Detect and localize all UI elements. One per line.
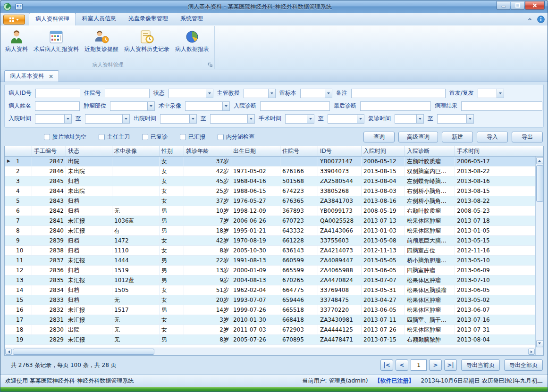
table-row[interactable]: 132835未汇报1012蓝男9岁2004-08-13670265ZA44708… bbox=[5, 275, 535, 285]
column-header[interactable]: 手术时间 bbox=[455, 146, 543, 156]
maximize-button[interactable] bbox=[511, 1, 524, 10]
final-diag-input[interactable] bbox=[360, 101, 431, 111]
table-row[interactable]: 172831未汇报无女3岁2010-01-30668418ZA343098120… bbox=[5, 315, 535, 325]
column-header[interactable]: ID号 bbox=[318, 146, 362, 156]
export-all-pages-button[interactable]: 导出全部页 bbox=[504, 359, 543, 371]
horizontal-scroll-thumb[interactable] bbox=[13, 349, 154, 355]
admission-no-input[interactable] bbox=[105, 89, 150, 98]
page-number-input[interactable]: 1 bbox=[411, 359, 427, 371]
last-page-button[interactable]: >| bbox=[444, 359, 457, 371]
reported-checkbox[interactable]: 已汇报 bbox=[180, 133, 205, 141]
table-row[interactable]: 72841未汇报1036蓝男7岁2006-06-26670723QA002552… bbox=[5, 216, 535, 226]
info-icon[interactable] bbox=[537, 16, 545, 23]
table-row[interactable]: 32845归档女45岁1968-04-16501568ZA25805442013… bbox=[5, 176, 535, 186]
discharge-time-to-combo[interactable] bbox=[210, 114, 255, 124]
export-button[interactable]: 导出 bbox=[512, 132, 543, 142]
column-header[interactable]: 入院时间 bbox=[362, 146, 405, 156]
professor-combo[interactable] bbox=[244, 89, 276, 98]
patient-history-button[interactable]: 病人资料历史记录 bbox=[121, 28, 172, 61]
patient-data-button[interactable]: 病人资料 bbox=[2, 28, 31, 61]
close-button[interactable] bbox=[525, 1, 545, 10]
surgery-time-from-combo[interactable] bbox=[285, 114, 314, 124]
patient-name-label: 病人姓名 bbox=[8, 102, 31, 110]
revisited-checkbox[interactable]: 已复诊 bbox=[142, 133, 168, 141]
patient-id-input[interactable] bbox=[35, 89, 80, 98]
table-row[interactable]: 82840未汇报有男18岁1995-01-21643332ZA414306620… bbox=[5, 226, 535, 236]
export-current-page-button[interactable]: 导出当前页 bbox=[461, 359, 500, 371]
discharge-time-from-combo[interactable] bbox=[160, 114, 197, 124]
remark-input[interactable] bbox=[351, 89, 446, 98]
column-header[interactable]: 状态 bbox=[66, 146, 112, 156]
revisit-reminder-button[interactable]: 近期复诊提醒 bbox=[82, 28, 121, 61]
table-row[interactable]: 112837未汇报1444男22岁1991-08-13660599ZA40894… bbox=[5, 256, 535, 266]
table-cell: 2013-05-05 bbox=[362, 256, 405, 266]
status-combo[interactable] bbox=[169, 89, 213, 98]
table-row[interactable]: 182830出院无女2岁2011-07-03672903ZA4444125201… bbox=[5, 325, 535, 335]
table-row[interactable]: 102838归档1110女8岁2005-10-30636143ZA4214073… bbox=[5, 246, 535, 256]
ribbon-tab-system[interactable]: 系统管理 bbox=[174, 13, 209, 25]
ribbon-tab-disc-tape[interactable]: 光盘录像带管理 bbox=[122, 13, 174, 25]
column-header[interactable]: 手工编号 bbox=[32, 146, 66, 156]
first-page-button[interactable]: |< bbox=[380, 359, 393, 371]
table-row[interactable]: 62842归档无男10岁1998-12-09367893YB0099173200… bbox=[5, 206, 535, 216]
table-cell: 未汇报 bbox=[66, 226, 112, 236]
surgery-video-combo[interactable] bbox=[185, 101, 230, 111]
table-cell: ZA4470824 bbox=[318, 275, 362, 285]
table-row[interactable]: 92839归档1472女42岁1970-08-19661228337556032… bbox=[5, 236, 535, 246]
table-row[interactable]: 42844未出院女25岁1988-06-15674223338052682013… bbox=[5, 186, 535, 196]
vertical-scroll-thumb[interactable] bbox=[536, 165, 543, 202]
scroll-left-button[interactable] bbox=[5, 349, 12, 355]
column-header[interactable]: 出生日期 bbox=[231, 146, 280, 156]
patient-report-button[interactable]: 病人数据报表 bbox=[172, 28, 212, 61]
table-row[interactable]: 52843归档女37岁1976-05-27676365ZA38417032013… bbox=[5, 196, 535, 206]
surgery-time-to-combo[interactable] bbox=[328, 114, 364, 124]
horizontal-scrollbar[interactable] bbox=[5, 348, 535, 355]
advanced-query-button[interactable]: 高级查询 bbox=[398, 132, 438, 142]
vertical-scrollbar[interactable] bbox=[535, 157, 543, 348]
column-header[interactable]: 入院诊断 bbox=[405, 146, 455, 156]
film-address-empty-checkbox[interactable]: 胶片地址为空 bbox=[44, 133, 86, 141]
query-button[interactable]: 查询 bbox=[363, 132, 395, 142]
postop-report-button[interactable]: 术后病人汇报资料 bbox=[31, 28, 82, 61]
collapse-ribbon-icon[interactable] bbox=[527, 17, 532, 22]
column-header[interactable]: 性别 bbox=[160, 146, 184, 156]
scroll-right-button[interactable] bbox=[528, 349, 535, 355]
column-header[interactable]: 住院号 bbox=[280, 146, 318, 156]
table-row[interactable]: 192829未汇报无男8岁2005-07-26670895ZA447847120… bbox=[5, 335, 535, 345]
first-recur-combo[interactable] bbox=[478, 89, 504, 98]
admission-diag-input[interactable] bbox=[260, 101, 330, 111]
table-row[interactable]: 122836归档1519男13岁2000-01-09665599ZA406598… bbox=[5, 266, 535, 275]
minimize-button[interactable] bbox=[497, 1, 510, 10]
chief-surgeon-checkbox[interactable]: 主任主刀 bbox=[99, 133, 130, 141]
admit-time-from-combo[interactable] bbox=[35, 114, 72, 124]
column-header[interactable]: 就诊年龄 bbox=[184, 146, 231, 156]
table-row[interactable]: 142834归档1505女51岁1962-02-0466477533769408… bbox=[5, 285, 535, 295]
pathology-input[interactable] bbox=[461, 101, 542, 111]
tab-patient-basic-data[interactable]: 病人基本资料 × bbox=[4, 70, 59, 82]
scroll-up-button[interactable] bbox=[536, 157, 543, 164]
endocrine-exam-checkbox[interactable]: 内分泌检查 bbox=[218, 133, 254, 141]
dialog-launcher-icon[interactable] bbox=[208, 62, 213, 67]
table-row[interactable]: 152833归档无女20岁1993-07-0765944633748475201… bbox=[5, 295, 535, 305]
app-menu-button[interactable] bbox=[3, 15, 25, 25]
import-button[interactable]: 导入 bbox=[477, 132, 508, 142]
new-button[interactable]: 新建 bbox=[442, 132, 473, 142]
tumor-site-combo[interactable] bbox=[110, 101, 155, 111]
table-row[interactable]: 22846未出院女42岁1971-05-02676166339040732013… bbox=[5, 167, 535, 176]
tab-close-icon[interactable]: × bbox=[49, 73, 53, 80]
prev-page-button[interactable]: < bbox=[396, 359, 408, 371]
next-page-button[interactable]: > bbox=[429, 359, 442, 371]
table-row[interactable]: ▶12847出院女37岁YB00721472006-05-12左额叶胶质瘤200… bbox=[5, 157, 535, 167]
selected-row-arrow-icon: ▶ bbox=[7, 158, 10, 163]
ribbon-tab-staff-info[interactable]: 科室人员信息 bbox=[76, 13, 122, 25]
admit-time-to-combo[interactable] bbox=[85, 114, 130, 124]
revisit-time-to-combo[interactable] bbox=[437, 114, 474, 124]
scroll-down-button[interactable] bbox=[536, 340, 543, 347]
table-row[interactable]: 162832未汇报1517男14岁1999-07-266655183377022… bbox=[5, 305, 535, 315]
patient-name-input[interactable] bbox=[35, 101, 80, 111]
revisit-time-from-combo[interactable] bbox=[395, 114, 424, 124]
column-header[interactable]: 术中录像 bbox=[112, 146, 160, 156]
ribbon-tab-patient-management[interactable]: 病人资料管理 bbox=[29, 13, 76, 25]
quick-access-icon[interactable] bbox=[15, 3, 23, 11]
specimen-combo[interactable] bbox=[300, 89, 332, 98]
